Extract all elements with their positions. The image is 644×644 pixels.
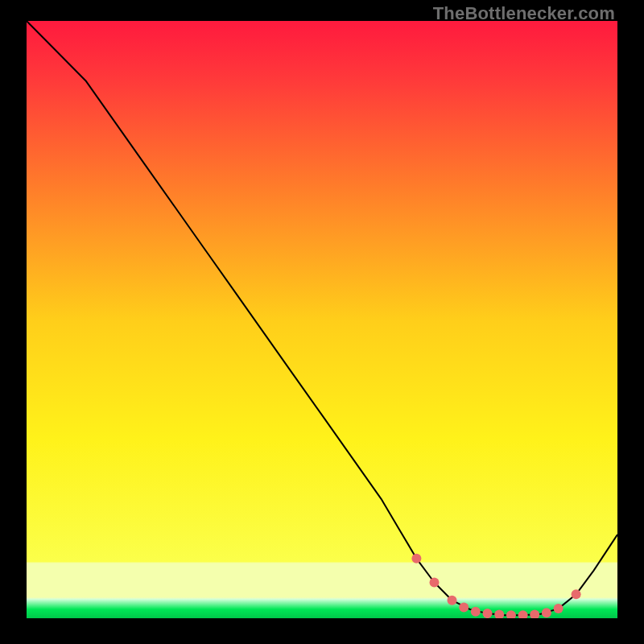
- curve-marker: [411, 554, 421, 564]
- gradient-background: [27, 21, 617, 618]
- curve-marker: [483, 609, 493, 618]
- curve-marker: [459, 603, 469, 613]
- curve-marker: [430, 578, 440, 588]
- curve-marker: [542, 608, 551, 617]
- curve-marker: [572, 589, 581, 599]
- bottleneck-curve-chart: [27, 21, 617, 618]
- chart-frame: { "watermark": "TheBottlenecker.com", "c…: [0, 0, 644, 644]
- curve-marker: [448, 596, 457, 605]
- curve-marker: [471, 607, 481, 617]
- curve-marker: [554, 604, 564, 613]
